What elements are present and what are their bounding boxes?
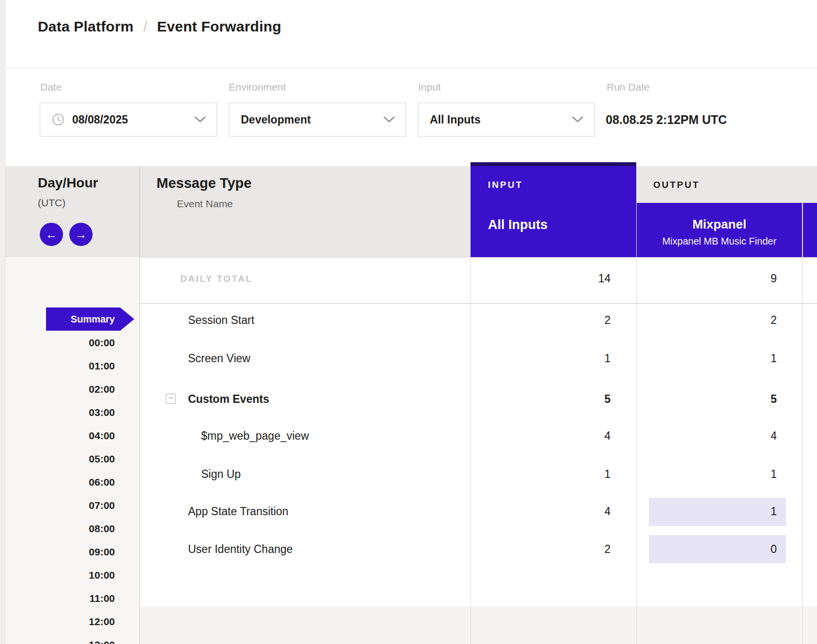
day-hour-timezone: (UTC) bbox=[38, 197, 65, 209]
hour-row-1200[interactable]: 12:00 bbox=[38, 616, 115, 628]
daily-total-input-value: 14 bbox=[485, 272, 611, 285]
row-input-value: 4 bbox=[485, 429, 611, 443]
hour-row-1100[interactable]: 11:00 bbox=[38, 593, 115, 604]
column-divider bbox=[802, 257, 802, 644]
environment-select-value: Development bbox=[241, 113, 311, 126]
next-output-column-header[interactable] bbox=[803, 203, 817, 257]
previous-day-button[interactable]: ← bbox=[40, 223, 63, 246]
row-output-value: 1 bbox=[651, 505, 777, 518]
row-input-value: 2 bbox=[485, 543, 611, 556]
output-name: Mixpanel bbox=[637, 216, 802, 232]
date-select-value: 08/08/2025 bbox=[72, 113, 128, 126]
hour-row-1000[interactable]: 10:00 bbox=[38, 569, 115, 581]
chevron-down-icon bbox=[383, 116, 395, 123]
hour-row-0800[interactable]: 08:00 bbox=[38, 523, 115, 535]
summary-row-badge[interactable]: Summary bbox=[46, 307, 134, 331]
input-select-value: All Inputs bbox=[430, 113, 481, 126]
chevron-down-icon bbox=[194, 116, 206, 123]
input-filter-label: Input bbox=[418, 81, 441, 93]
row-output-value: 0 bbox=[651, 543, 777, 556]
page-title: Event Forwarding bbox=[157, 18, 282, 35]
date-filter-label: Date bbox=[40, 81, 62, 93]
input-column-header[interactable]: INPUT All Inputs bbox=[471, 162, 636, 257]
row-input-value: 5 bbox=[485, 393, 611, 406]
row-input-value: 4 bbox=[485, 505, 611, 518]
row-label-custom-events: Custom Events bbox=[188, 393, 269, 406]
row-label-app-state-transition: App State Transition bbox=[188, 505, 288, 518]
row-input-value: 1 bbox=[485, 352, 611, 365]
row-label-sign-up: Sign Up bbox=[201, 468, 241, 481]
breadcrumb-separator: / bbox=[143, 19, 147, 35]
next-day-button[interactable]: → bbox=[69, 223, 93, 246]
input-column-label: INPUT bbox=[488, 180, 523, 190]
arrow-left-icon: ← bbox=[46, 228, 58, 242]
row-output-value: 2 bbox=[651, 314, 777, 327]
day-hour-column-title: Day/Hour bbox=[38, 175, 98, 191]
row-output-value: 1 bbox=[651, 352, 777, 365]
row-label-screen-view: Screen View bbox=[188, 352, 251, 365]
event-name-subheader: Event Name bbox=[177, 198, 233, 210]
hour-row-0500[interactable]: 05:00 bbox=[38, 453, 115, 465]
hour-row-0400[interactable]: 04:00 bbox=[38, 430, 115, 442]
sidebar-divider bbox=[140, 166, 140, 644]
column-divider bbox=[636, 257, 637, 644]
input-select[interactable]: All Inputs bbox=[418, 103, 595, 137]
run-date-label: Run Date bbox=[607, 81, 650, 93]
chevron-down-icon bbox=[572, 116, 583, 123]
run-date-value: 08.08.25 2:12PM UTC bbox=[606, 113, 727, 127]
row-output-value: 1 bbox=[651, 468, 777, 481]
row-label-user-identity-change: User Identity Change bbox=[188, 543, 293, 556]
daily-total-label: DAILY TOTAL bbox=[180, 274, 252, 284]
breadcrumb: Data Platform / Event Forwarding bbox=[38, 18, 281, 35]
hour-row-1300[interactable]: 13:00 bbox=[38, 639, 115, 644]
column-divider bbox=[471, 257, 471, 644]
input-column-selection: All Inputs bbox=[488, 217, 548, 232]
left-edge-strip bbox=[0, 0, 5, 644]
row-output-value: 4 bbox=[651, 429, 777, 443]
breadcrumb-bar: Data Platform / Event Forwarding bbox=[5, 0, 817, 68]
daily-total-divider bbox=[140, 303, 817, 304]
daily-total-output-value: 9 bbox=[651, 272, 777, 285]
hour-row-0900[interactable]: 09:00 bbox=[38, 546, 115, 558]
hour-row-0600[interactable]: 06:00 bbox=[38, 476, 115, 488]
arrow-right-icon: → bbox=[75, 228, 87, 242]
output-connection-name: Mixpanel MB Music Finder bbox=[637, 235, 802, 247]
table-footer-area bbox=[140, 606, 817, 644]
message-type-column-title: Message Type bbox=[157, 175, 251, 191]
output-column-label: OUTPUT bbox=[653, 180, 700, 190]
environment-select[interactable]: Development bbox=[229, 103, 406, 137]
row-input-value: 2 bbox=[485, 314, 611, 327]
hour-row-0300[interactable]: 03:00 bbox=[38, 407, 115, 418]
row-input-value: 1 bbox=[485, 468, 611, 481]
row-output-value: 5 bbox=[651, 393, 777, 406]
row-label-session-start: Session Start bbox=[188, 314, 254, 327]
collapse-icon[interactable]: − bbox=[166, 394, 176, 404]
breadcrumb-section[interactable]: Data Platform bbox=[38, 18, 134, 35]
hour-row-0200[interactable]: 02:00 bbox=[38, 383, 115, 395]
environment-filter-label: Environment bbox=[229, 81, 286, 93]
clock-icon bbox=[52, 113, 64, 126]
hour-row-0000[interactable]: 00:00 bbox=[38, 337, 115, 349]
row-label-mp-web-page-view: $mp_web_page_view bbox=[201, 429, 309, 443]
hour-row-0100[interactable]: 01:00 bbox=[38, 360, 115, 372]
output-column-header[interactable]: Mixpanel Mixpanel MB Music Finder bbox=[637, 203, 802, 257]
date-select[interactable]: 08/08/2025 bbox=[40, 103, 217, 137]
event-forwarding-page: Data Platform / Event Forwarding Date 08… bbox=[0, 0, 817, 644]
hour-row-0700[interactable]: 07:00 bbox=[38, 500, 115, 511]
